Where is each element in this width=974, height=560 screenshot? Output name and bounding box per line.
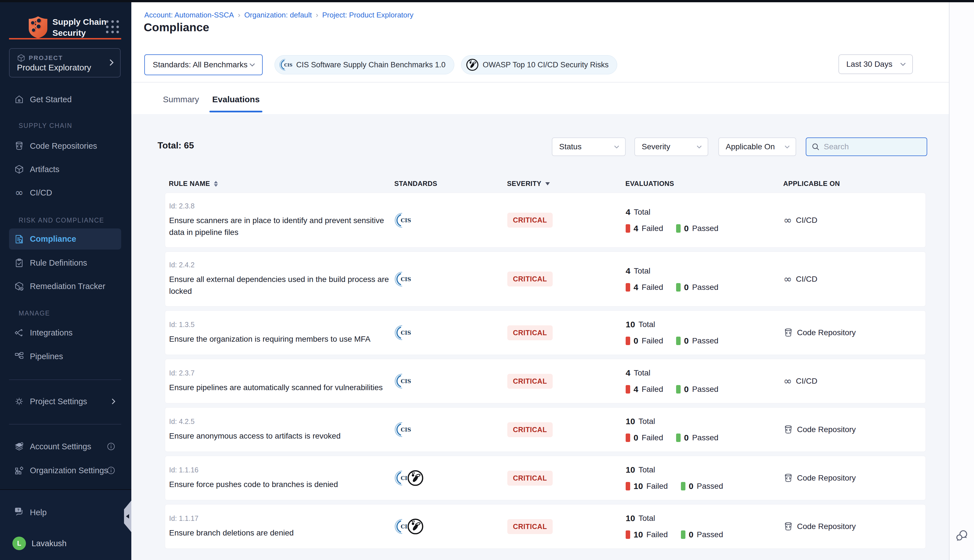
sidebar-divider [9,424,121,425]
evaluations-cell: 10Total 10Failed 0Passed [622,465,779,491]
cis-logo-icon: CIS [395,325,411,341]
tab-evaluations[interactable]: Evaluations [212,95,260,104]
tab-summary[interactable]: Summary [163,95,199,104]
standards-dropdown[interactable]: Standards: All Benchmarks [144,54,263,75]
sort-desc-icon[interactable] [545,182,550,185]
sidebar-footer: ? Help L Lavakush [0,489,131,560]
date-range-dropdown[interactable]: Last 30 Days [839,54,913,74]
chevron-down-icon [249,63,255,67]
rule-name: Ensure force pushes code to branches is … [169,478,390,490]
applicable-on-cell: Code Repository [779,522,926,531]
project-selector[interactable]: PROJECT Product Exploratory [9,48,121,77]
sidebar-item-rule-definitions[interactable]: Rule Definitions [9,255,121,271]
sidebar-item-remediation-tracker[interactable]: Remediation Tracker [9,278,121,294]
severity-filter-label: Severity [642,142,670,151]
severity-cell: CRITICAL [503,272,622,287]
severity-cell: CRITICAL [503,422,622,437]
applicable-on-label: Code Repository [797,473,856,483]
severity-badge: CRITICAL [507,213,553,228]
sidebar-item-compliance[interactable]: Compliance [9,228,121,250]
avatar: L [12,537,26,550]
app-title: Supply Chain Security [52,16,131,38]
sidebar-item-project-settings[interactable]: Project Settings [9,393,121,409]
sidebar-section-manage: MANAGE [18,310,50,317]
support-chat-icon[interactable] [954,528,969,543]
rule-id: Id: 1.1.17 [169,514,390,523]
passed-chip-icon [676,224,680,233]
cis-benchmark-badge[interactable]: CIS CIS Software Supply Chain Benchmarks… [275,55,454,74]
infinity-icon: ∞ [14,188,24,198]
breadcrumb-project-link[interactable]: Project: Product Exploratory [322,11,414,20]
sidebar-item-pipelines[interactable]: Pipelines [9,348,121,364]
evaluations-cell: 4Total 4Failed 0Passed [622,266,779,292]
column-header-rule-name[interactable]: RULE NAME [165,180,390,188]
status-filter-dropdown[interactable]: Status [552,137,625,156]
cis-logo-icon: CIS [279,58,292,71]
rule-id: Id: 2.3.7 [169,369,390,377]
chevron-right-icon [109,58,114,67]
standards-cell: CIS [390,325,503,341]
sidebar-item-get-started[interactable]: Get Started [9,92,121,107]
sidebar-item-code-repositories[interactable]: Code Repositories [9,138,121,154]
rule-id: Id: 1.3.5 [169,320,390,329]
search-input[interactable] [823,142,917,152]
column-header-applicable-on: APPLICABLE ON [779,180,926,188]
passed-chip-icon [676,337,680,345]
column-header-severity[interactable]: SEVERITY [503,180,621,188]
page-title: Compliance [144,21,209,34]
code-repository-icon [784,522,793,531]
passed-chip-icon [681,530,685,539]
table-row[interactable]: Id: 2.4.2 Ensure all external dependenci… [165,252,926,307]
owasp-logo-icon [466,58,479,71]
breadcrumb-separator-icon: › [316,11,319,20]
rule-id: Id: 1.1.16 [169,466,390,474]
standards-filter-bar: Standards: All Benchmarks CIS CIS Softwa… [144,54,617,75]
rule-cell: Id: 1.1.17 Ensure branch deletions are d… [165,514,390,539]
failed-label: Failed [642,283,663,292]
svg-text:CIS: CIS [401,217,411,223]
apps-grid-icon[interactable] [106,20,120,34]
table-row[interactable]: Id: 4.2.5 Ensure anonymous access to art… [165,407,926,452]
applicable-on-label: CI/CD [796,216,817,225]
pipelines-icon [14,351,24,362]
sidebar-item-integrations[interactable]: Integrations [9,325,121,340]
table-row[interactable]: Id: 1.1.16 Ensure force pushes code to b… [165,456,926,500]
evaluations-table: RULE NAME STANDARDS SEVERITY EVALUATIONS… [165,175,926,553]
total-label: Total [638,417,655,426]
sort-icon[interactable] [214,181,218,187]
failed-label: Failed [642,336,663,345]
table-row[interactable]: Id: 1.1.17 Ensure branch deletions are d… [165,504,926,549]
severity-filter-dropdown[interactable]: Severity [634,137,708,156]
owasp-badge[interactable]: OWASP Top 10 CI/CD Security Risks [461,55,617,74]
passed-label: Passed [692,283,718,292]
sidebar-user[interactable]: L Lavakush [9,535,121,552]
table-row[interactable]: Id: 2.3.7 Ensure pipelines are automatic… [165,359,926,403]
sidebar-item-organization-settings[interactable]: Organization Settings [9,463,121,478]
column-label: SEVERITY [507,180,541,188]
breadcrumb-organization-link[interactable]: Organization: default [244,11,312,20]
info-icon[interactable] [107,442,115,451]
svg-text:CIS: CIS [401,276,411,282]
severity-cell: CRITICAL [503,325,622,340]
info-icon[interactable] [107,466,115,475]
rule-id: Id: 2.3.8 [169,202,390,210]
rule-cell: Id: 1.3.5 Ensure the organization is req… [165,320,390,345]
badge-label: OWASP Top 10 CI/CD Security Risks [483,60,609,69]
failed-chip-icon [625,385,630,393]
sidebar-item-artifacts[interactable]: Artifacts [9,162,121,177]
chevron-right-icon [111,398,115,405]
severity-badge: CRITICAL [507,272,553,287]
table-row[interactable]: Id: 1.3.5 Ensure the organization is req… [165,310,926,355]
table-row[interactable]: Id: 2.3.8 Ensure scanners are in place t… [165,193,926,248]
failed-chip-icon [625,224,630,233]
sidebar-item-help[interactable]: ? Help [9,505,121,520]
applicable-on-filter-dropdown[interactable]: Applicable On [718,137,796,156]
chevron-down-icon [614,145,619,149]
shield-network-logo-icon [28,16,48,39]
column-label: STANDARDS [394,180,437,188]
breadcrumb-account-link[interactable]: Account: Automation-SSCA [144,11,234,20]
sidebar-item-account-settings[interactable]: Account Settings [9,438,121,454]
sidebar-item-cicd[interactable]: ∞ CI/CD [9,185,121,200]
evaluations-panel: Total: 65 Status Severity Applicable On [131,114,949,560]
chevron-down-icon [784,145,790,149]
